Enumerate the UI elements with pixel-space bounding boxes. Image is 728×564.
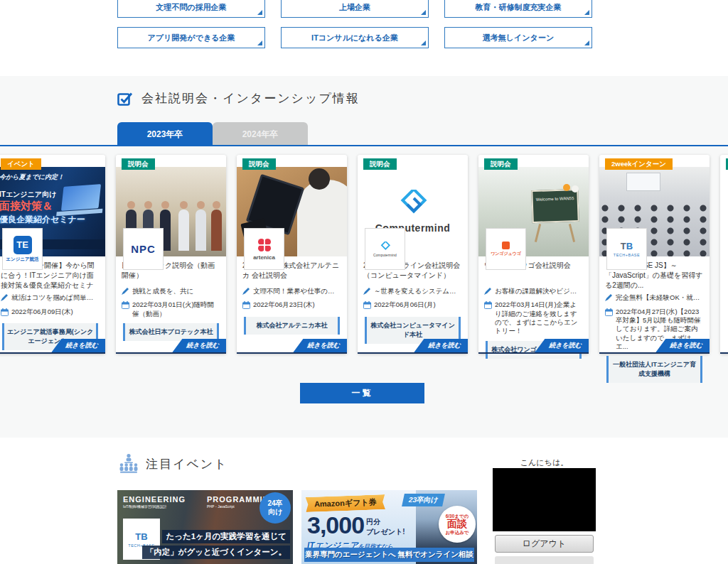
venue-box: 株式会社アルテニカ本社 — [244, 317, 340, 335]
cut-off-button[interactable] — [495, 556, 594, 564]
greeting-text: こんにちは。 — [493, 457, 596, 468]
events-section-header: 注目イベント — [118, 453, 228, 474]
session-card-wangojugo[interactable]: 説明会 Welcome to WAN55 ワンゴジュウゴ ワンゴジュウゴ会社説明… — [478, 155, 589, 354]
session-card-engineer-shukatsu[interactable]: イベント 今から夏までに内定！ ITエンジニア向け 面接対策＆ 優良企業紹介セミ… — [0, 155, 105, 354]
calendar-icon — [1, 308, 9, 318]
user-info-redacted-box — [493, 468, 596, 531]
list-button[interactable]: 一覧 — [300, 383, 424, 403]
banner-copy-line2: 「内定」がグッと近づくインターン。 — [142, 546, 290, 559]
amazon-gift-ribbon: Amazonギフト券 — [306, 494, 385, 512]
grad-year-tag: 23卒向け — [402, 494, 445, 506]
logo-mark: TE — [14, 236, 32, 254]
logo-text: ワンゴジュウゴ — [491, 251, 521, 257]
logo-text: NPC — [131, 243, 156, 255]
tab-underline — [0, 145, 728, 146]
card-description: 挑戦と成長を、共に — [132, 287, 193, 297]
logout-button[interactable]: ログアウト — [495, 535, 594, 553]
card-description: ～世界を変えるシステムを作り出す仲... — [374, 287, 462, 297]
logo-text: TECH+BASE — [614, 253, 640, 257]
chalkboard: Welcome to WAN55 — [531, 189, 579, 223]
session-card-carousel: イベント 今から夏までに内定！ ITエンジニア向け 面接対策＆ 優良企業紹介セミ… — [0, 155, 728, 354]
calendar-icon — [605, 308, 613, 352]
pencil-icon — [242, 287, 250, 297]
company-logo: TE エンジニア就活 — [2, 228, 43, 270]
projector-screen — [626, 173, 660, 191]
pencil-icon — [605, 293, 613, 303]
tab-2023[interactable]: 2023年卒 — [117, 122, 213, 146]
card-description: 文理不問！業界や仕事のイメージをし... — [253, 287, 341, 297]
card-date: 2022年03月14日(月)企業より詳細のご連絡を致しますので、まずはここからエ… — [495, 300, 583, 335]
logo-mark: TB — [621, 241, 633, 251]
deadline-badge: 6/30までの 面談 お申込みで — [439, 506, 476, 543]
venue-box: 株式会社日本プロテック本社 — [123, 323, 219, 341]
company-logo: TB TECH+BASE — [606, 228, 647, 270]
calendar-icon — [122, 300, 129, 318]
company-logo: Computermind — [365, 228, 405, 270]
flower-decoration — [563, 184, 570, 191]
card-bottom-line — [358, 352, 468, 354]
logo-text: artenica — [253, 254, 275, 261]
pencil-icon — [484, 287, 492, 297]
calendar-icon — [242, 300, 250, 311]
card-description: 就活はコツを掴めば簡単！？就活のプ... — [11, 293, 100, 303]
venue-box: 一般社団法人ITエンジニア育成支援機構 — [606, 356, 702, 383]
card-description: 完全無料【未経験OK・就活サポートあ... — [616, 293, 704, 303]
pencil-icon — [122, 287, 129, 297]
card-badge: 説明会 — [363, 158, 397, 170]
image-text: 優良企業紹介セミナー — [0, 214, 85, 226]
card-date: 2022年06月23日(木) — [253, 300, 315, 311]
checkbox-icon — [117, 91, 133, 107]
card-bottom-line — [0, 352, 105, 354]
filter-button-senko[interactable]: 選考無しインターン — [444, 27, 592, 48]
event-banner-techbase[interactable]: ENGINEERING IoT/制御/機械学習/回路設計 PROGRAMMING… — [117, 490, 293, 564]
tab-2024[interactable]: 2024年卒 — [213, 122, 308, 146]
filter-button-jojo[interactable]: 上場企業 — [281, 0, 429, 18]
pencil-icon — [1, 293, 9, 303]
card-badge: 説明会 — [242, 158, 276, 170]
card-date: 2022年06月09日(木) — [11, 308, 73, 318]
card-badge: 説明会 — [122, 158, 155, 170]
card-date: 2022年03月01日(火)随時開催（動画） — [132, 300, 220, 318]
computermind-logo-icon — [397, 190, 429, 218]
company-logo: NPC — [123, 228, 164, 270]
image-text: 今から夏までに内定！ — [0, 173, 64, 182]
pencil-icon — [363, 287, 371, 297]
banner-bottom-copy: 業界専門のエージェントへ 無料でオンライン相談 — [304, 548, 474, 562]
filter-button-app[interactable]: アプリ開発ができる企業 — [117, 27, 265, 48]
card-description: お客様の課題解決やビジネスの成功を... — [495, 287, 583, 297]
session-card-npc[interactable]: 説明会 NPC 日本プロテック説明会（動画開催） 挑戦と成長を、共に 2022年… — [116, 155, 226, 354]
image-text: 面接対策＆ — [0, 200, 53, 213]
card-bottom-line — [478, 352, 589, 354]
card-date: 2022年06月06日(月) — [374, 300, 436, 311]
laptop-illustration — [61, 184, 101, 211]
read-more-link[interactable]: 続きを読む — [293, 339, 347, 352]
card-bottom-line — [116, 352, 226, 354]
session-section: 会社説明会・インターンシップ情報 2023年卒 2024年卒 イベント 今から夏… — [0, 76, 728, 438]
event-banner-agent[interactable]: Amazonギフト券 3,000 円分プレゼント! 23卒向け 6/30までの … — [301, 490, 477, 564]
session-section-header: 会社説明会・インターンシップ情報 — [117, 90, 360, 107]
audience-icon — [118, 453, 139, 474]
session-section-title: 会社説明会・インターンシップ情報 — [141, 90, 360, 107]
banner-subheading: IoT/制御/機械学習/回路設計 — [123, 504, 186, 509]
filter-button-bunri[interactable]: 文理不問の採用企業 — [117, 0, 265, 18]
banner-copy-line1: たった1ヶ月の実践学習を通じて — [162, 530, 290, 543]
events-section-title: 注目イベント — [146, 456, 228, 472]
logo-text: エンジニア就活 — [6, 256, 38, 263]
filter-button-consul[interactable]: ITコンサルになれる企業 — [281, 27, 429, 48]
card-image — [720, 167, 728, 256]
session-card-techbase[interactable]: 2weekインターン TB TECH+BASE 【TECH-BASE JS】～「… — [599, 155, 710, 354]
image-text: ITエンジニア向け — [0, 190, 56, 200]
banner-heading: ENGINEERING — [123, 495, 186, 504]
logo-mark — [502, 242, 510, 249]
filter-button-kyoiku[interactable]: 教育・研修制度充実企業 — [444, 0, 592, 18]
card-bottom-line — [237, 352, 347, 354]
session-card-computermind[interactable]: 説明会 Computermind Computermind 2023卒 オンライ… — [358, 155, 468, 354]
gift-amount: 3,000 — [307, 513, 364, 537]
session-card-artenica[interactable]: 説明会 artenica 2023卒向け 株式会社アルテニカ 会社説明会 文理不… — [237, 155, 347, 354]
session-card-partial[interactable]: 続きを読む — [720, 155, 728, 354]
card-badge: 2weekインターン — [605, 158, 673, 170]
company-logo: artenica — [244, 228, 284, 270]
company-logo: ワンゴジュウゴ — [486, 228, 526, 270]
calendar-icon — [484, 300, 492, 335]
card-badge: イベント — [1, 158, 41, 170]
